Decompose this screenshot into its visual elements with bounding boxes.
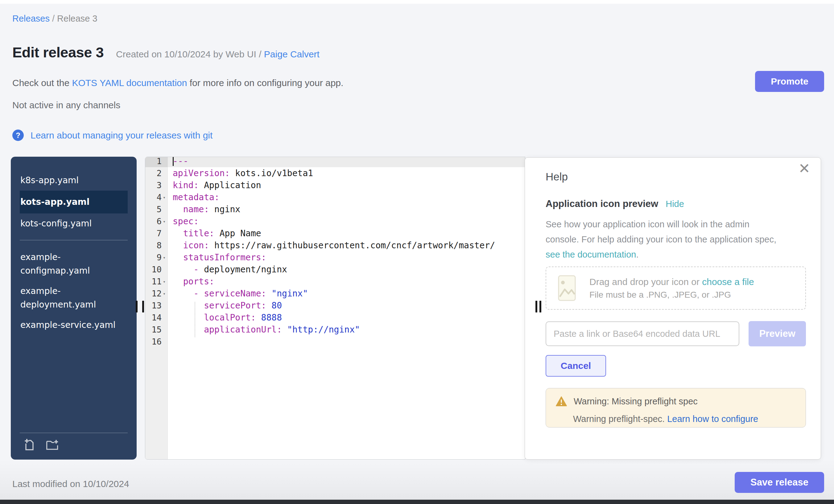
file-item-kots-config[interactable]: kots-config.yaml [20, 214, 128, 234]
line-number: 13 [151, 301, 161, 310]
editor-resize-handle-right-b[interactable] [540, 301, 541, 312]
icon-dropzone[interactable]: Drag and drop your icon or choose a file… [546, 266, 806, 310]
code-lines: 1---2apiVersion: kots.io/v1beta13kind: A… [145, 157, 525, 348]
line-number: 3 [157, 180, 161, 190]
icon-preview-description: See how your application icon will look … [546, 217, 806, 262]
code-line[interactable]: 11▾ ports: [145, 276, 525, 287]
icon-preview-title: Application icon preview [546, 198, 658, 210]
code-text: statusInformers: [168, 252, 266, 262]
line-number: 2 [157, 169, 161, 178]
code-line[interactable]: 2apiVersion: kots.io/v1beta1 [145, 167, 525, 179]
line-number: 6 [157, 217, 161, 226]
title-row: Edit release 3 Created on 10/10/2024 by … [12, 44, 320, 61]
breadcrumb-current: Release 3 [57, 14, 97, 23]
created-text: Created on 10/10/2024 by Web UI / [116, 49, 264, 59]
doc-suffix: for more info on configuring your app. [187, 78, 343, 88]
file-item-k8s-app[interactable]: k8s-app.yaml [20, 170, 128, 191]
git-releases-link[interactable]: ? Learn about managing your releases wit… [12, 130, 213, 141]
editor-resize-handle-right-a[interactable] [535, 301, 537, 312]
gutter-cell: 7 [145, 227, 168, 239]
line-number: 8 [157, 241, 161, 250]
promote-button[interactable]: Promote [755, 71, 824, 92]
icon-preview-section-header: Application icon preview Hide [546, 198, 806, 210]
file-item-example-configmap[interactable]: example-configmap.yaml [20, 247, 128, 281]
gutter-cell: 15 [145, 324, 168, 335]
code-text: title: App Name [168, 228, 261, 238]
line-number: 15 [151, 325, 161, 334]
dropzone-hint: File must be a .PNG, .JPEG, or .JPG [589, 290, 754, 300]
code-text: ports: [168, 276, 214, 287]
fold-arrow-icon[interactable]: ▾ [161, 195, 167, 200]
warning-triangle-icon [556, 396, 567, 407]
line-number: 12 [151, 289, 161, 298]
code-line[interactable]: 3kind: Application [145, 179, 525, 191]
close-icon[interactable]: ✕ [798, 161, 810, 176]
indent-guide [195, 302, 195, 337]
line-number: 1 [157, 157, 161, 166]
choose-file-link[interactable]: choose a file [702, 277, 754, 287]
kots-yaml-doc-link[interactable]: KOTS YAML documentation [72, 78, 187, 88]
question-circle-icon: ? [12, 130, 24, 141]
code-line[interactable]: 6▾spec: [145, 215, 525, 227]
code-line[interactable]: 4▾metadata: [145, 191, 525, 203]
code-line[interactable]: 12▾ - serviceName: "nginx" [145, 287, 525, 300]
file-item-kots-app-selected[interactable]: kots-app.yaml [20, 191, 128, 214]
preview-button[interactable]: Preview [749, 321, 806, 346]
gutter-cell: 5 [145, 203, 168, 215]
yaml-editor[interactable]: 1---2apiVersion: kots.io/v1beta13kind: A… [145, 157, 525, 460]
code-text: kind: Application [168, 180, 261, 190]
code-line[interactable]: 14 localPort: 8888 [145, 311, 525, 324]
line-number: 7 [157, 228, 161, 238]
gutter-cell: 4▾ [145, 191, 168, 203]
code-line[interactable]: 8 icon: https://raw.githubusercontent.co… [145, 239, 525, 251]
code-line[interactable]: 1--- [145, 157, 525, 167]
editor-resize-handle-left-b[interactable] [142, 301, 144, 312]
fold-arrow-icon[interactable]: ▾ [161, 291, 167, 296]
doc-prefix: Check out the [12, 78, 72, 88]
line-number: 10 [151, 265, 161, 274]
desc-line1: See how your application icon will look … [546, 219, 749, 229]
code-line[interactable]: 5 name: nginx [145, 203, 525, 215]
gutter-cell: 2 [145, 167, 168, 179]
line-number: 14 [151, 313, 161, 322]
created-author-link[interactable]: Paige Calvert [264, 49, 320, 59]
file-tree-sidebar: k8s-app.yaml kots-app.yaml kots-config.y… [11, 157, 137, 460]
see-documentation-link[interactable]: see the documentation [546, 249, 636, 259]
editor-resize-handle-left-a[interactable] [136, 301, 137, 312]
code-line[interactable]: 9▾ statusInformers: [145, 251, 525, 263]
gutter-cell: 6▾ [145, 215, 168, 227]
save-release-button[interactable]: Save release [735, 472, 824, 493]
code-text: name: nginx [168, 204, 240, 214]
gutter-cell: 11▾ [145, 276, 168, 287]
gutter-cell: 10 [145, 263, 168, 276]
file-item-example-deployment[interactable]: example-deployment.yaml [20, 281, 128, 315]
breadcrumb: Releases / Release 3 [12, 14, 97, 24]
preflight-warning-box: Warning: Missing preflight spec Warning … [546, 388, 806, 428]
code-text: metadata: [168, 192, 220, 202]
code-line[interactable]: 15 applicationUrl: "http://nginx" [145, 324, 525, 335]
warning-text: Warning preflight-spec. [573, 414, 667, 424]
fold-arrow-icon[interactable]: ▾ [161, 279, 167, 284]
learn-how-to-configure-link[interactable]: Learn how to configure [667, 414, 758, 424]
file-item-example-service[interactable]: example-service.yaml [20, 315, 128, 335]
fold-arrow-icon[interactable]: ▾ [161, 219, 167, 224]
git-link-label: Learn about managing your releases with … [30, 130, 213, 141]
icon-url-input[interactable] [546, 322, 739, 346]
code-line[interactable]: 7 title: App Name [145, 227, 525, 239]
bottom-bar [0, 500, 834, 504]
desc-line2: console. For help adding your icon to th… [546, 235, 776, 244]
new-folder-icon[interactable] [46, 438, 60, 452]
new-file-icon[interactable] [23, 438, 38, 452]
line-number: 9 [157, 253, 161, 262]
page-title: Edit release 3 [12, 44, 104, 61]
code-line[interactable]: 10 - deployment/nginx [145, 263, 525, 276]
code-line[interactable]: 16 [145, 335, 525, 348]
code-text: spec: [168, 216, 199, 226]
breadcrumb-releases-link[interactable]: Releases [12, 14, 50, 23]
gutter-cell: 14 [145, 311, 168, 324]
code-text: icon: https://raw.githubusercontent.com/… [168, 240, 495, 250]
hide-link[interactable]: Hide [665, 199, 684, 209]
code-line[interactable]: 13 servicePort: 80 [145, 300, 525, 311]
cancel-button[interactable]: Cancel [546, 355, 606, 377]
fold-arrow-icon[interactable]: ▾ [161, 255, 167, 260]
